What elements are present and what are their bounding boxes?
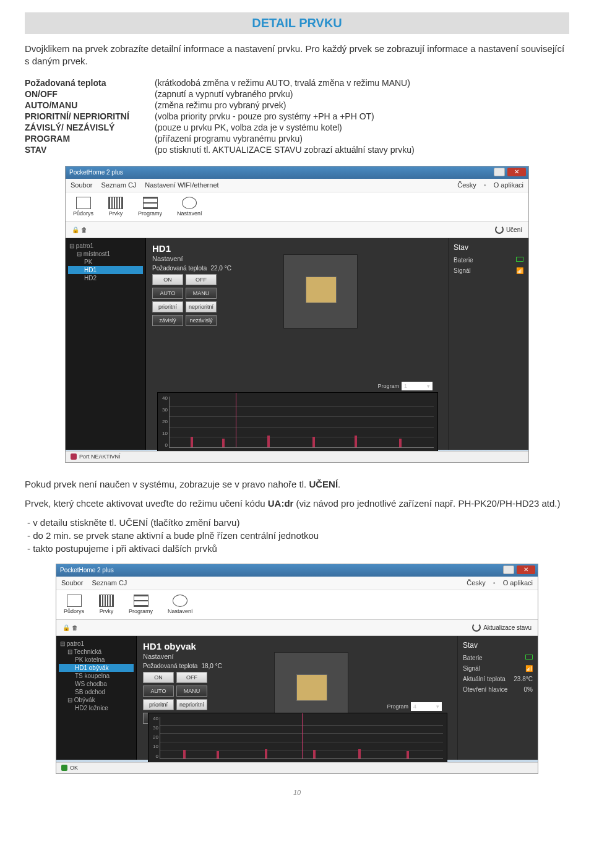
lock-icon[interactable]: 🔒 [62, 624, 70, 631]
menu-bar: Soubor Seznam CJ Česky • O aplikaci [56, 577, 538, 590]
refresh-icon[interactable] [495, 225, 504, 234]
req-temp-value[interactable]: 22,0 °C [210, 265, 231, 272]
tree-node[interactable]: ⊟ Obývák [59, 696, 134, 704]
nonpriority-button[interactable]: neprioritní [176, 699, 207, 710]
window-close-icon[interactable]: ✕ [507, 168, 526, 176]
device-image [283, 254, 358, 329]
status-icon [61, 765, 67, 771]
signal-icon: 📶 [516, 267, 523, 274]
radiator-icon [108, 197, 123, 209]
program-label: Program [377, 383, 399, 389]
on-button[interactable]: ON [143, 672, 174, 683]
priority-button[interactable]: prioritní [143, 699, 174, 710]
sub-toolbar: 🔒 🗑 Aktualizace stavu [56, 620, 538, 636]
tree-node[interactable]: TS koupelna [59, 672, 134, 680]
auto-button[interactable]: AUTO [143, 685, 174, 697]
toolbar-elements[interactable]: Prvky [108, 197, 123, 217]
chart-y-axis: 403020100 [159, 395, 168, 448]
toolbar-settings[interactable]: Nastavení [177, 197, 202, 217]
menu-language[interactable]: Česky [467, 579, 486, 587]
window-minimize-icon[interactable] [503, 565, 514, 574]
req-temp-value[interactable]: 18,0 °C [201, 663, 222, 669]
status-title: Stav [454, 243, 523, 252]
current-temp-value: 23.8°C [514, 676, 533, 682]
list-item: do 2 min. se prvek stane aktivní a bude … [27, 529, 569, 542]
menu-item[interactable]: Soubor [61, 579, 83, 587]
toolbar-elements[interactable]: Prvky [99, 595, 114, 614]
panel-title: HD1 obyvak [143, 641, 267, 651]
tree-node-selected[interactable]: HD1 [68, 266, 143, 274]
tree-node[interactable]: SB odchod [59, 688, 134, 696]
param-value: (volba priority prvku - pouze pro systém… [155, 111, 374, 121]
on-button[interactable]: ON [152, 274, 183, 285]
app-screenshot-1: PocketHome 2 plus ✕ Soubor Seznam CJ Nas… [65, 166, 529, 463]
param-label: ZÁVISLÝ/ NEZÁVISLÝ [25, 122, 155, 132]
window-title: PocketHome 2 plus [69, 169, 123, 176]
menu-language[interactable]: Česky [457, 181, 476, 189]
body-text-1: Pokud prvek není naučen v systému, zobra… [25, 478, 569, 491]
window-close-icon[interactable]: ✕ [517, 565, 535, 574]
page-number: 10 [25, 789, 569, 796]
dependent-button[interactable]: závislý [152, 315, 183, 326]
off-button[interactable]: OFF [176, 672, 207, 683]
current-temp-label: Aktuální teplota [463, 676, 506, 682]
sub-toolbar: 🔒 🗑 Učení [66, 222, 528, 238]
tree-node[interactable]: WS chodba [59, 680, 134, 688]
list-item: v detailu stiskněte tl. UČENÍ (tlačítko … [27, 516, 569, 529]
gear-icon [173, 595, 187, 607]
nonpriority-button[interactable]: neprioritní [186, 301, 217, 312]
intro-paragraph: Dvojklikem na prvek zobrazíte detailní i… [25, 43, 569, 68]
tree-node[interactable]: HD2 ložnice [59, 704, 134, 712]
chart-area: Program1▾ 403020100 06121824 [157, 392, 438, 457]
trash-icon[interactable]: 🗑 [81, 226, 87, 233]
tree-node[interactable]: PK [68, 258, 143, 266]
status-text: Port NEAKTIVNÍ [79, 453, 121, 460]
program-select[interactable]: 1▾ [402, 382, 433, 390]
tree-node[interactable]: PK kotelna [59, 656, 134, 664]
update-status-label[interactable]: Aktualizace stavu [483, 624, 532, 631]
refresh-icon[interactable] [472, 623, 481, 632]
chart-plot [160, 717, 443, 759]
program-select[interactable]: 4▾ [411, 702, 442, 711]
status-title: Stav [463, 641, 533, 650]
menu-about[interactable]: O aplikaci [494, 181, 523, 189]
param-value: (zapnutí a vypnutí vybraného prvku) [155, 89, 293, 99]
chart-area: Program4▾ 403020100 06121824 [148, 713, 447, 768]
section-header: DETAIL PRVKU [25, 12, 569, 34]
menu-item[interactable]: Nastavení WIFI/ethernet [145, 181, 218, 189]
auto-button[interactable]: AUTO [152, 288, 183, 299]
trash-icon[interactable]: 🗑 [72, 624, 78, 631]
tree-node[interactable]: ⊟ patro1 [68, 242, 143, 250]
toolbar-programs[interactable]: Programy [138, 197, 162, 217]
manu-button[interactable]: MANU [176, 685, 207, 697]
param-label: ON/OFF [25, 89, 155, 99]
toolbar-floorplan[interactable]: Půdorys [64, 595, 84, 614]
priority-button[interactable]: prioritní [152, 301, 183, 312]
off-button[interactable]: OFF [186, 274, 217, 285]
status-bar: Port NEAKTIVNÍ [66, 451, 528, 462]
battery-label: Baterie [463, 655, 483, 661]
param-label: Požadovaná teplota [25, 78, 155, 88]
tree-node[interactable]: ⊟ Technická [59, 648, 134, 656]
toolbar-programs[interactable]: Programy [129, 595, 153, 614]
program-label: Program [387, 703, 408, 710]
menu-item[interactable]: Seznam CJ [101, 181, 136, 189]
tree-node[interactable]: ⊟ patro1 [59, 640, 134, 648]
tree-node[interactable]: ⊟ místnost1 [68, 250, 143, 258]
window-minimize-icon[interactable] [494, 168, 505, 176]
toolbar-floorplan[interactable]: Půdorys [73, 197, 93, 217]
signal-label: Signál [463, 665, 480, 672]
learn-label[interactable]: Učení [506, 226, 522, 233]
status-text: OK [70, 765, 78, 771]
menu-about[interactable]: O aplikaci [503, 579, 533, 587]
param-label: PROGRAM [25, 134, 155, 144]
tree-node-selected[interactable]: HD1 obývák [59, 664, 134, 672]
toolbar-settings[interactable]: Nastavení [168, 595, 193, 614]
menu-item[interactable]: Seznam CJ [92, 579, 127, 587]
menu-item[interactable]: Soubor [71, 181, 92, 189]
tree-node[interactable]: HD2 [68, 274, 143, 282]
chevron-down-icon: ▾ [436, 703, 439, 710]
manu-button[interactable]: MANU [186, 288, 217, 299]
independent-button[interactable]: nezávislý [186, 315, 217, 326]
lock-icon[interactable]: 🔒 [72, 226, 79, 233]
